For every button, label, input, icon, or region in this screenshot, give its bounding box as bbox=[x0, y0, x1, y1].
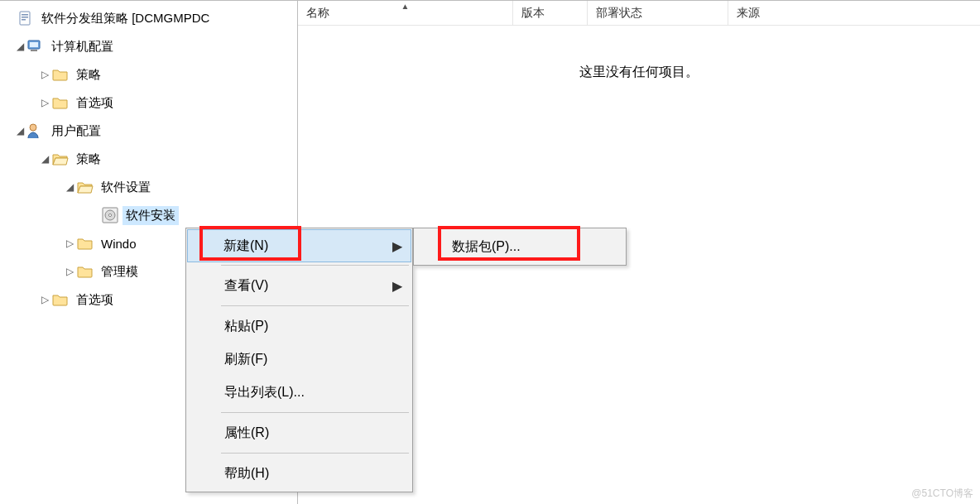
menu-separator bbox=[221, 453, 409, 454]
tree-uc-policies-label: 策略 bbox=[73, 150, 104, 169]
menu-refresh-label: 刷新(F) bbox=[224, 351, 267, 368]
folder-icon bbox=[51, 65, 70, 84]
sort-ascending-icon: ▲ bbox=[401, 2, 410, 11]
submenu-package[interactable]: 数据包(P)... bbox=[416, 230, 624, 263]
user-icon bbox=[26, 122, 45, 140]
tree-software-install[interactable]: ▷ 软件安装 bbox=[0, 201, 297, 229]
empty-message: 这里没有任何项目。 bbox=[298, 26, 980, 81]
menu-help-label: 帮助(H) bbox=[224, 465, 269, 482]
tree-uc-prefs-label: 首选项 bbox=[73, 290, 117, 310]
col-version-label: 版本 bbox=[521, 6, 545, 21]
expand-icon[interactable]: ▷ bbox=[63, 229, 76, 257]
policy-doc-icon bbox=[17, 9, 35, 27]
menu-paste-label: 粘贴(P) bbox=[224, 318, 268, 335]
tree-uc-policies[interactable]: ◢ 策略 bbox=[0, 145, 297, 173]
tree-cc-policies[interactable]: ▷ 策略 bbox=[0, 60, 297, 89]
svg-point-7 bbox=[30, 124, 36, 131]
tree-user-config-label: 用户配置 bbox=[48, 122, 104, 141]
menu-properties-label: 属性(R) bbox=[224, 425, 269, 442]
svg-rect-2 bbox=[22, 17, 28, 18]
installer-disc-icon bbox=[101, 206, 119, 224]
tree-root-label: 软件分发组策略 [DCMGMPDC bbox=[38, 9, 213, 28]
col-source-label: 来源 bbox=[737, 6, 760, 21]
tree-computer-config[interactable]: ◢ 计算机配置 bbox=[0, 32, 297, 60]
expand-icon[interactable]: ▷ bbox=[38, 89, 51, 117]
menu-separator bbox=[221, 305, 409, 306]
menu-separator bbox=[221, 412, 409, 413]
menu-view[interactable]: 查看(V) ▶ bbox=[188, 269, 411, 302]
collapse-icon[interactable]: ◢ bbox=[38, 145, 51, 173]
tree-software-settings[interactable]: ◢ 软件设置 bbox=[0, 173, 297, 201]
menu-export-list-label: 导出列表(L)... bbox=[224, 384, 305, 401]
tree-cc-prefs[interactable]: ▷ 首选项 bbox=[0, 89, 297, 117]
tree-windows-label: Windo bbox=[98, 235, 140, 252]
menu-new-label: 新建(N) bbox=[223, 238, 268, 255]
folder-open-icon bbox=[51, 150, 70, 168]
menu-view-label: 查看(V) bbox=[224, 277, 268, 295]
tree-software-settings-label: 软件设置 bbox=[98, 178, 154, 197]
menu-properties[interactable]: 属性(R) bbox=[188, 416, 411, 449]
tree-user-config[interactable]: ◢ 用户配置 bbox=[0, 117, 297, 145]
folder-icon bbox=[51, 94, 70, 112]
menu-export-list[interactable]: 导出列表(L)... bbox=[188, 376, 411, 409]
col-name[interactable]: 名称 ▲ bbox=[298, 1, 513, 25]
folder-icon bbox=[51, 290, 70, 309]
menu-paste[interactable]: 粘贴(P) bbox=[188, 310, 411, 343]
expand-icon[interactable]: ▷ bbox=[38, 286, 51, 314]
folder-open-icon bbox=[76, 178, 94, 196]
menu-new[interactable]: 新建(N) ▶ bbox=[187, 229, 411, 262]
list-header: 名称 ▲ 版本 部署状态 来源 bbox=[298, 1, 980, 26]
menu-help[interactable]: 帮助(H) bbox=[188, 457, 411, 490]
collapse-icon[interactable]: ◢ bbox=[13, 117, 26, 145]
collapse-icon[interactable]: ◢ bbox=[13, 32, 26, 60]
svg-point-10 bbox=[108, 214, 111, 216]
folder-icon bbox=[76, 262, 94, 281]
expand-icon[interactable]: ▷ bbox=[63, 257, 76, 286]
submenu-arrow-icon: ▶ bbox=[392, 278, 402, 294]
col-version[interactable]: 版本 bbox=[513, 1, 588, 25]
context-menu: 新建(N) ▶ 查看(V) ▶ 粘贴(P) 刷新(F) 导出列表(L)... 属… bbox=[185, 228, 413, 492]
col-deploy-state[interactable]: 部署状态 bbox=[588, 1, 728, 25]
expand-icon[interactable]: ▷ bbox=[38, 60, 51, 89]
svg-rect-3 bbox=[22, 19, 26, 21]
tree-cc-policies-label: 策略 bbox=[73, 65, 104, 84]
svg-rect-1 bbox=[22, 14, 28, 16]
col-deploy-state-label: 部署状态 bbox=[596, 6, 642, 21]
tree-cc-prefs-label: 首选项 bbox=[73, 94, 117, 113]
svg-rect-0 bbox=[20, 12, 30, 25]
svg-rect-6 bbox=[31, 50, 37, 51]
col-name-label: 名称 bbox=[306, 6, 329, 21]
tree-root[interactable]: ▷ 软件分发组策略 [DCMGMPDC bbox=[0, 4, 297, 32]
collapse-icon[interactable]: ◢ bbox=[63, 173, 76, 201]
watermark: @51CTO博客 bbox=[911, 487, 973, 501]
tree-software-install-label: 软件安装 bbox=[122, 206, 179, 225]
folder-icon bbox=[76, 234, 94, 252]
menu-separator bbox=[221, 265, 409, 266]
menu-refresh[interactable]: 刷新(F) bbox=[188, 343, 411, 376]
computer-icon bbox=[26, 37, 45, 55]
svg-rect-5 bbox=[30, 42, 38, 47]
context-submenu: 数据包(P)... bbox=[413, 228, 627, 266]
tree-admin-templates-label: 管理模 bbox=[98, 262, 142, 281]
col-source[interactable]: 来源 bbox=[728, 1, 980, 25]
submenu-package-label: 数据包(P)... bbox=[452, 238, 521, 256]
submenu-arrow-icon: ▶ bbox=[392, 238, 402, 254]
tree-computer-config-label: 计算机配置 bbox=[48, 37, 117, 56]
